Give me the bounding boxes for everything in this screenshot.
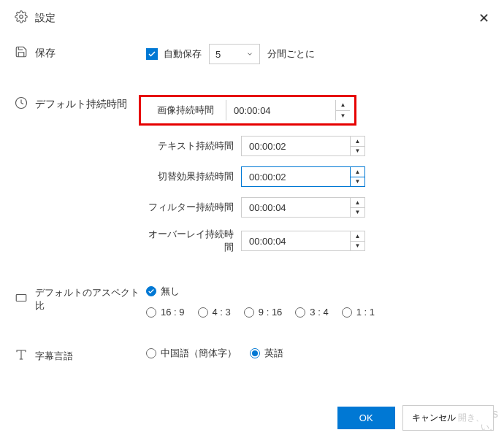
transition-duration-input[interactable]: 00:00:02 ▲▼ <box>241 166 365 187</box>
chevron-down-icon <box>246 50 253 58</box>
autosave-checkbox[interactable] <box>146 48 158 60</box>
text-duration-input[interactable]: 00:00:02 ▲▼ <box>241 136 365 156</box>
spin-up[interactable]: ▲ <box>351 167 364 177</box>
radio-icon <box>244 307 254 318</box>
radio-icon <box>198 307 208 318</box>
radio-icon <box>146 348 156 358</box>
spin-down[interactable]: ▼ <box>351 242 364 251</box>
radio-icon <box>295 307 305 318</box>
section-subtitle: 字幕言語 中国語（簡体字） 英語 <box>15 347 489 369</box>
text-icon <box>15 348 28 364</box>
section-save: 保存 自動保存 5 分間ごとに <box>15 44 489 74</box>
dialog-title: 設定 <box>35 12 56 25</box>
aspect-none[interactable]: 無し <box>146 285 180 298</box>
ok-button[interactable]: OK <box>337 407 395 429</box>
filter-duration-value: 00:00:04 <box>242 198 350 217</box>
dialog-header: 設定 <box>0 0 504 36</box>
dialog-footer: OK キャンセル 開き、 <box>0 398 504 438</box>
aspect-3-4[interactable]: 3 : 4 <box>295 307 328 318</box>
aspect-icon <box>15 291 28 307</box>
save-icon <box>15 45 28 61</box>
text-duration-value: 00:00:02 <box>242 137 350 155</box>
radio-icon <box>146 307 156 318</box>
aspect-1-1[interactable]: 1 : 1 <box>342 307 375 318</box>
radio-icon <box>250 348 260 358</box>
transition-duration-value: 00:00:02 <box>242 167 350 186</box>
image-duration-label: 画像持続時間 <box>145 104 226 117</box>
subtitle-english[interactable]: 英語 <box>250 347 283 360</box>
subtitle-chinese[interactable]: 中国語（簡体字） <box>146 347 237 360</box>
aspect-9-16[interactable]: 9 : 16 <box>244 307 283 318</box>
overlay-duration-input[interactable]: 00:00:04 ▲▼ <box>241 231 365 251</box>
radio-icon <box>342 307 352 318</box>
spin-up[interactable]: ▲ <box>351 231 364 242</box>
spin-down[interactable]: ▼ <box>351 208 364 218</box>
spin-up[interactable]: ▲ <box>351 137 364 147</box>
close-button[interactable]: ✕ <box>478 10 489 26</box>
spin-up[interactable]: ▲ <box>351 198 364 208</box>
overlay-duration-value: 00:00:04 <box>242 231 350 250</box>
filter-duration-input[interactable]: 00:00:04 ▲▼ <box>241 197 365 218</box>
autosave-interval-dropdown[interactable]: 5 <box>209 44 260 64</box>
svg-point-0 <box>20 15 23 19</box>
transition-duration-label: 切替効果持続時間 <box>146 170 241 183</box>
spin-up[interactable]: ▲ <box>336 100 350 111</box>
aspect-section-label: デフォルトのアスペクト比 <box>35 286 146 312</box>
overlay-duration-label: オーバーレイ持続時間 <box>146 228 241 254</box>
autosave-label: 自動保存 <box>164 47 202 61</box>
radio-icon <box>146 286 156 296</box>
save-section-label: 保存 <box>35 47 56 60</box>
section-duration: デフォルト持続時間 画像持続時間 00:00:04 ▲▼ テキスト持続時間 00… <box>15 95 489 264</box>
spin-down[interactable]: ▼ <box>351 147 364 156</box>
autosave-interval-value: 5 <box>215 49 221 60</box>
autosave-interval-suffix: 分間ごとに <box>267 47 315 61</box>
image-duration-highlight: 画像持続時間 00:00:04 ▲▼ <box>139 95 356 126</box>
svg-rect-2 <box>16 295 26 301</box>
image-duration-input[interactable]: 00:00:04 ▲▼ <box>226 100 350 120</box>
filter-duration-label: フィルター持続時間 <box>146 201 241 214</box>
aspect-16-9[interactable]: 16 : 9 <box>146 307 185 318</box>
spin-down[interactable]: ▼ <box>351 177 364 187</box>
subtitle-section-label: 字幕言語 <box>35 350 73 363</box>
gear-icon <box>15 10 28 26</box>
clock-icon <box>15 96 28 112</box>
duration-section-label: デフォルト持続時間 <box>35 98 127 111</box>
spin-down[interactable]: ▼ <box>336 111 350 121</box>
text-duration-label: テキスト持続時間 <box>146 139 241 153</box>
section-aspect: デフォルトのアスペクト比 無し 16 : 9 4 : 3 9 : 16 3 : … <box>15 285 489 326</box>
image-duration-value: 00:00:04 <box>226 100 335 120</box>
cancel-button[interactable]: キャンセル 開き、 <box>402 405 494 431</box>
aspect-4-3[interactable]: 4 : 3 <box>198 307 231 318</box>
